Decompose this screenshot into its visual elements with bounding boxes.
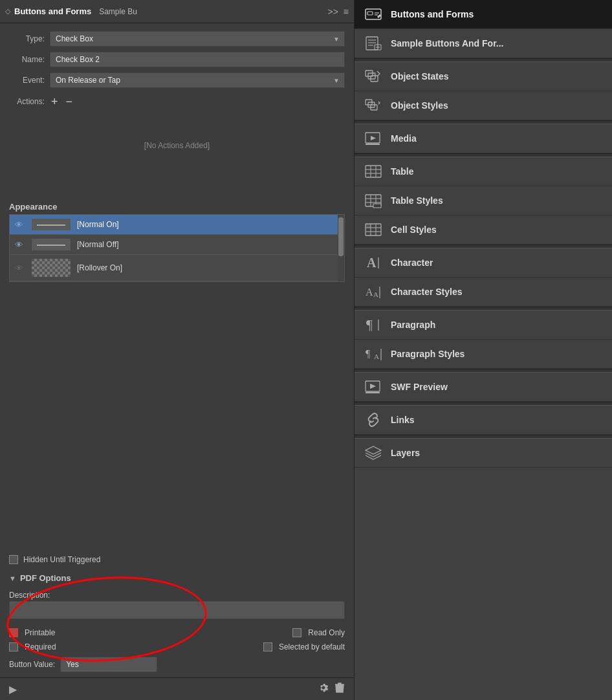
right-label-paragraph-styles: Paragraph Styles [391, 349, 464, 359]
right-item-object-states[interactable]: Object States [355, 62, 612, 91]
right-item-layers[interactable]: Layers [355, 439, 612, 468]
sample-buttons-icon [364, 36, 383, 51]
right-item-table[interactable]: Table [355, 157, 612, 186]
event-row: Event: On Release or Tap ▼ [9, 72, 345, 88]
right-label-table-styles: Table Styles [391, 195, 443, 206]
right-item-sample-buttons[interactable]: Sample Buttons And For... [355, 29, 612, 58]
pdf-options-label: PDF Options [20, 573, 71, 583]
item-label-rollover-on: [Rollover On] [77, 263, 122, 272]
right-item-character[interactable]: A Character [355, 248, 612, 278]
event-select-wrapper: On Release or Tap ▼ [50, 72, 345, 88]
svg-text:A: A [373, 290, 378, 298]
right-label-cell-styles: Cell Styles [391, 224, 437, 235]
svg-text:A: A [374, 353, 379, 360]
settings-button[interactable] [318, 682, 329, 696]
panel-header-icons: >> ≡ [327, 6, 349, 17]
trash-icon [334, 682, 345, 694]
hidden-triggered-checkbox[interactable] [9, 555, 18, 564]
required-label: Required [25, 642, 56, 651]
buttons-forms-icon [364, 6, 383, 22]
right-item-buttons-forms[interactable]: Buttons and Forms [355, 0, 612, 29]
appearance-area: 👁 [Normal On] 👁 [Normal Off] 👁 [Rollover… [0, 214, 354, 549]
svg-marker-50 [366, 446, 381, 454]
right-item-swf-preview[interactable]: SWF Preview [355, 373, 612, 402]
svg-text:¶: ¶ [366, 317, 373, 333]
name-row: Name: [9, 52, 345, 67]
gear-icon [318, 682, 329, 694]
pdf-options-chevron: ▼ [9, 574, 16, 582]
svg-text:A: A [367, 256, 377, 270]
eye-icon-normal-off[interactable]: 👁 [15, 240, 25, 250]
actions-label: Actions: [9, 97, 45, 106]
description-input[interactable] [9, 601, 345, 619]
svg-rect-19 [366, 166, 381, 177]
preview-button[interactable]: ▶ [9, 683, 17, 695]
hidden-triggered-row: Hidden Until Triggered [0, 549, 354, 571]
table-styles-icon [364, 193, 383, 208]
panel-diamond: ◇ [5, 7, 10, 16]
right-item-paragraph[interactable]: ¶ Paragraph [355, 311, 612, 340]
paragraph-styles-icon: ¶ A [364, 346, 383, 362]
more-icon[interactable]: >> [327, 6, 338, 17]
appearance-list: 👁 [Normal On] 👁 [Normal Off] 👁 [Rollover… [9, 214, 345, 282]
character-styles-icon: A A [364, 284, 383, 300]
panel-title: Buttons and Forms [14, 6, 91, 16]
panel-header: ◇ Buttons and Forms Sample Bu >> ≡ [0, 0, 354, 23]
svg-rect-49 [366, 392, 380, 393]
eye-icon-normal-on[interactable]: 👁 [15, 220, 25, 230]
panel-footer: ▶ [0, 677, 354, 700]
item-preview-normal-off [32, 239, 71, 250]
appearance-item-normal-off[interactable]: 👁 [Normal Off] [10, 235, 344, 255]
item-label-normal-on: [Normal On] [77, 220, 119, 229]
button-value-input[interactable] [60, 657, 157, 672]
appearance-section: Appearance 👁 [Normal On] 👁 [Normal Off] [0, 197, 354, 700]
description-label: Description: [0, 588, 354, 601]
svg-rect-29 [373, 204, 381, 208]
add-action-button[interactable]: + [50, 96, 60, 107]
required-checkbox[interactable] [9, 642, 18, 651]
right-item-cell-styles[interactable]: Cell Styles [355, 215, 612, 245]
right-label-links: Links [391, 415, 415, 425]
appearance-item-normal-on[interactable]: 👁 [Normal On] [10, 215, 344, 235]
printable-checkbox[interactable] [9, 628, 18, 637]
appearance-scrollbar[interactable] [338, 215, 344, 281]
right-label-object-styles: Object Styles [391, 100, 448, 111]
appearance-scrollbar-thumb[interactable] [338, 217, 344, 256]
svg-rect-4 [366, 37, 378, 50]
right-label-media: Media [391, 133, 417, 144]
item-preview-normal-on [32, 219, 71, 230]
right-item-object-styles[interactable]: Object Styles [355, 91, 612, 120]
right-item-table-styles[interactable]: Table Styles [355, 186, 612, 215]
layers-icon [364, 445, 383, 461]
svg-text:A: A [366, 287, 373, 298]
appearance-item-rollover-on[interactable]: 👁 [Rollover On] [10, 255, 344, 281]
svg-marker-48 [370, 384, 376, 389]
eye-icon-rollover-on[interactable]: 👁 [15, 263, 25, 273]
svg-rect-1 [367, 12, 373, 15]
right-item-links[interactable]: Links [355, 406, 612, 435]
remove-action-button[interactable]: − [65, 96, 74, 107]
right-item-paragraph-styles[interactable]: ¶ A Paragraph Styles [355, 340, 612, 369]
readonly-checkbox[interactable] [292, 628, 301, 637]
selected-by-default-checkbox[interactable] [263, 642, 272, 651]
event-select[interactable]: On Release or Tap [50, 72, 345, 88]
links-icon [364, 412, 383, 428]
swf-preview-icon [364, 379, 383, 395]
right-label-buttons-forms: Buttons and Forms [391, 9, 474, 19]
panel-tab[interactable]: Sample Bu [95, 6, 141, 17]
right-label-paragraph: Paragraph [391, 320, 435, 330]
right-item-media[interactable]: Media [355, 124, 612, 153]
right-panel: Buttons and Forms Sample Buttons And For… [355, 0, 612, 700]
menu-icon[interactable]: ≡ [344, 6, 349, 17]
right-label-sample-buttons: Sample Buttons And For... [391, 38, 504, 49]
name-input[interactable] [50, 52, 345, 67]
type-select[interactable]: Check Box [50, 31, 345, 47]
delete-button[interactable] [334, 682, 345, 696]
pdf-options-row[interactable]: ▼ PDF Options [0, 571, 354, 588]
svg-rect-18 [366, 144, 380, 145]
selected-by-default-label: Selected by default [279, 642, 345, 651]
right-item-character-styles[interactable]: A A Character Styles [355, 278, 612, 307]
right-label-layers: Layers [391, 448, 420, 458]
svg-rect-36 [366, 224, 371, 228]
printable-label: Printable [25, 628, 55, 637]
